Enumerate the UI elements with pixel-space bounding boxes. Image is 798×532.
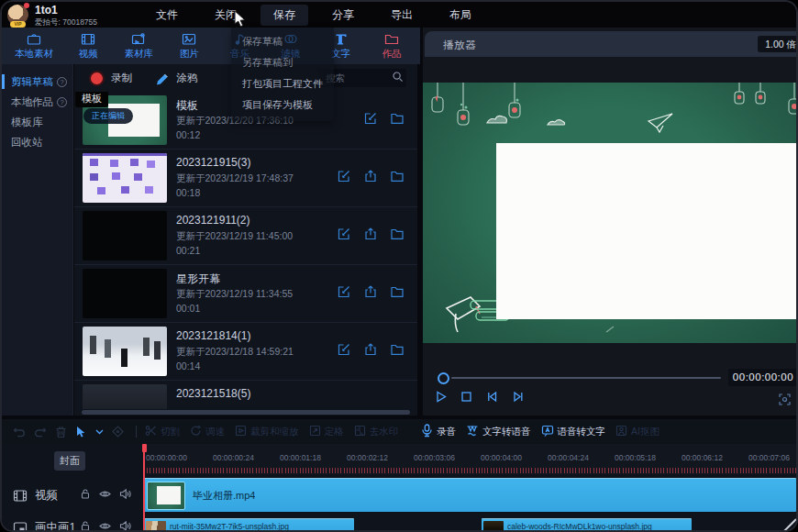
- menu-save[interactable]: 保存: [260, 5, 308, 26]
- asset-library-icon: [130, 32, 147, 46]
- tool-speech-to-text[interactable]: 语音转文字: [541, 424, 606, 440]
- sidenav-item-recycle-bin[interactable]: 回收站: [2, 132, 72, 152]
- edit-icon[interactable]: [337, 169, 351, 187]
- menu-item-save-draft-as[interactable]: 另存草稿到: [231, 52, 334, 73]
- save-dropdown-menu: 保存草稿 另存草稿到 打包项目工程文件 项目保存为模板: [231, 28, 334, 121]
- clip-image-2[interactable]: caleb-woods-RIcMwDLk1wo-unsplash.jpg: [482, 518, 692, 532]
- folder-icon[interactable]: [390, 284, 405, 303]
- folder-icon[interactable]: [390, 111, 405, 129]
- draft-thumbnail[interactable]: [83, 211, 167, 260]
- stop-button[interactable]: [460, 390, 473, 407]
- fullscreen-icon[interactable]: [779, 393, 791, 409]
- prev-frame-button[interactable]: [485, 390, 499, 407]
- media-tabbar: 本地素材 视频 素材库 图片 音乐 滤镜 文字 作品: [2, 28, 420, 64]
- tab-asset-library[interactable]: 素材库: [123, 32, 154, 61]
- draft-actions: [337, 169, 405, 187]
- redo-icon[interactable]: [34, 426, 47, 438]
- clip-image-1[interactable]: rut-miit-35Mw2T-7ik5-unsplash.jpg: [144, 518, 354, 532]
- sidenav-item-local-works[interactable]: 本地作品 ?: [2, 92, 72, 112]
- visibility-icon[interactable]: [99, 519, 111, 532]
- cover-button[interactable]: 封面: [54, 451, 85, 471]
- share-icon[interactable]: [363, 284, 378, 303]
- edit-icon[interactable]: [363, 111, 378, 129]
- tab-label: 文字: [331, 48, 350, 61]
- play-button[interactable]: [434, 390, 448, 407]
- keyframe-icon[interactable]: [112, 426, 124, 438]
- tab-local-media[interactable]: 本地素材: [15, 32, 53, 61]
- doodle-button[interactable]: 涂鸦: [156, 70, 197, 87]
- tab-works[interactable]: 作品: [376, 32, 407, 61]
- ruler-frame-ticks: [144, 468, 796, 473]
- menu-share[interactable]: 分享: [319, 5, 367, 26]
- clip-video[interactable]: 毕业相册.mp4: [144, 478, 796, 512]
- draft-title: 星形开幕: [176, 272, 220, 287]
- tool-text-to-speech[interactable]: 文字转语音: [466, 424, 531, 440]
- playhead[interactable]: [143, 444, 145, 530]
- draft-duration: 00:14: [176, 360, 200, 371]
- draft-thumbnail[interactable]: [83, 327, 167, 376]
- sidenav-item-template-library[interactable]: 模板库: [2, 112, 72, 132]
- undo-icon[interactable]: [13, 426, 26, 438]
- mute-icon[interactable]: [119, 519, 131, 532]
- edit-icon[interactable]: [337, 227, 351, 245]
- share-icon[interactable]: [363, 227, 378, 245]
- horizontal-scrollbar[interactable]: [82, 410, 410, 415]
- tab-image[interactable]: 图片: [173, 32, 205, 61]
- menu-file[interactable]: 文件: [143, 5, 191, 26]
- draft-row[interactable]: 2023121911(2) 更新于2023/12/19 11:45:00 00:…: [74, 207, 417, 265]
- menu-item-save-draft[interactable]: 保存草稿: [231, 31, 334, 52]
- clip-thumbnail: [483, 521, 504, 532]
- record-button[interactable]: 录制: [89, 71, 132, 86]
- draft-thumbnail[interactable]: [83, 153, 167, 203]
- mute-icon[interactable]: [119, 487, 131, 504]
- select-tool-icon[interactable]: [75, 426, 87, 438]
- local-media-icon: [26, 32, 42, 46]
- tab-video[interactable]: 视频: [72, 32, 104, 61]
- visibility-icon[interactable]: [99, 487, 111, 504]
- menu-export[interactable]: 导出: [378, 5, 426, 26]
- folder-icon[interactable]: [390, 227, 405, 245]
- select-tool-chevron-icon[interactable]: [95, 429, 104, 435]
- sidenav-label: 剪辑草稿: [11, 75, 53, 89]
- tool-label: AI抠图: [631, 426, 659, 438]
- menu-item-save-as-template[interactable]: 项目保存为模板: [231, 94, 334, 116]
- draft-row[interactable]: 2023121915(3) 更新于2023/12/19 17:48:37 00:…: [74, 150, 417, 207]
- delete-icon[interactable]: [55, 426, 67, 438]
- help-icon[interactable]: ?: [57, 77, 67, 87]
- draft-thumbnail[interactable]: [83, 269, 167, 318]
- tool-record-audio[interactable]: 录音: [421, 424, 456, 440]
- help-icon[interactable]: ?: [57, 97, 67, 107]
- timeline-ruler[interactable]: 00:00:00:00 00:00:00:24 00:00:01:18 00:0…: [144, 444, 796, 474]
- lock-icon[interactable]: [80, 519, 91, 532]
- vip-badge: VIP: [10, 21, 26, 28]
- seek-slider-handle[interactable]: [438, 372, 449, 384]
- doodle-label: 涂鸦: [176, 72, 197, 85]
- draft-thumbnail[interactable]: [83, 384, 167, 409]
- video-icon: [80, 32, 96, 46]
- doodle-pencil-icon: [156, 70, 170, 87]
- menu-layout[interactable]: 布局: [437, 5, 484, 26]
- draft-row[interactable]: 2023121518(5): [74, 381, 417, 409]
- folder-icon[interactable]: [390, 169, 405, 187]
- edit-icon[interactable]: [337, 342, 351, 360]
- share-icon[interactable]: [363, 342, 378, 360]
- share-icon[interactable]: [363, 169, 378, 187]
- track-lane-video: 毕业相册.mp4: [144, 478, 796, 512]
- draft-row[interactable]: 星形开幕 更新于2023/12/19 11:34:55 00:01: [74, 265, 417, 323]
- avatar[interactable]: VIP: [7, 5, 28, 26]
- drafts-list: 模板 正在编辑 模板 更新于2023/12/20 17:36:10 00:12 …: [74, 92, 417, 409]
- clip-label: rut-miit-35Mw2T-7ik5-unsplash.jpg: [170, 522, 289, 531]
- seek-slider-track[interactable]: [451, 377, 721, 379]
- menu-item-package-project[interactable]: 打包项目工程文件: [231, 73, 334, 94]
- edit-icon[interactable]: [337, 284, 351, 303]
- player-zoom-value[interactable]: 1.00 倍: [758, 36, 798, 52]
- sidenav-item-drafts[interactable]: 剪辑草稿 ?: [2, 72, 72, 92]
- sidenav-label: 回收站: [11, 136, 43, 150]
- lock-icon[interactable]: [80, 487, 91, 504]
- video-preview[interactable]: [423, 83, 796, 343]
- next-frame-button[interactable]: [511, 390, 525, 407]
- search-icon[interactable]: [392, 70, 404, 86]
- folder-icon[interactable]: [390, 342, 405, 360]
- draft-row[interactable]: 2023121814(1) 更新于2023/12/18 14:59:21 00:…: [74, 323, 417, 381]
- clip-label: 毕业相册.mp4: [193, 489, 255, 503]
